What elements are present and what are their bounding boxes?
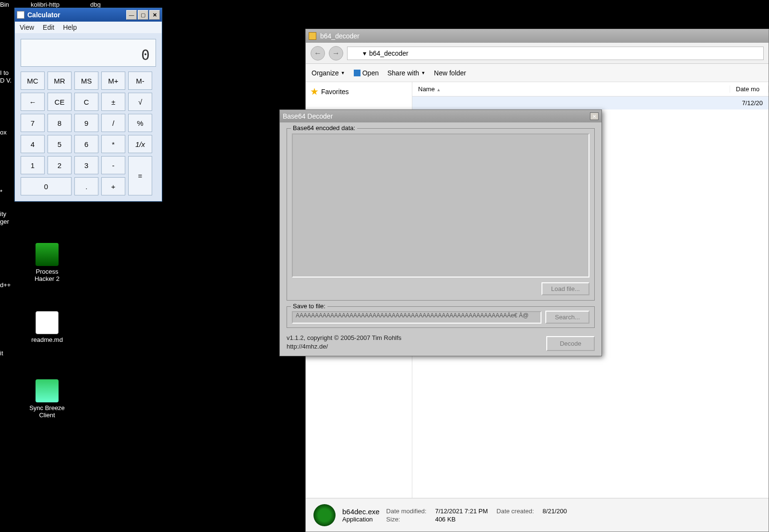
- open-button[interactable]: Open: [354, 69, 379, 77]
- equals-button[interactable]: =: [128, 156, 152, 195]
- desktop-icon-sync-breeze[interactable]: Sync Breeze Client: [28, 379, 66, 419]
- c-button[interactable]: C: [74, 93, 98, 111]
- b64-titlebar[interactable]: Base64 Decoder ✕: [280, 110, 601, 122]
- chevron-down-icon: ▼: [421, 71, 425, 75]
- calculator-icon: [17, 11, 24, 19]
- desktop-fragment: d++: [0, 281, 11, 289]
- folder-icon: [351, 49, 360, 58]
- desktop-fragment: Bin: [0, 1, 9, 8]
- mplus-button[interactable]: M+: [101, 72, 125, 90]
- path-separator: ▾: [363, 49, 366, 57]
- ms-button[interactable]: MS: [74, 72, 98, 90]
- version-info: v1.1.2, copyright © 2005-2007 Tim Rohlfs…: [287, 334, 401, 351]
- maximize-button[interactable]: ▢: [138, 10, 148, 20]
- digit-8-button[interactable]: 8: [48, 114, 72, 132]
- file-date: 7/12/20: [742, 99, 763, 107]
- sort-asc-icon: ▲: [436, 87, 441, 92]
- desktop-icon-process-hacker[interactable]: Process Hacker 2: [28, 243, 66, 282]
- explorer-toolbar: Organize▼ Open Share with▼ New folder: [306, 64, 769, 82]
- address-bar[interactable]: ▾ b64_decoder: [347, 47, 764, 60]
- desktop-icon-label: readme.md: [28, 336, 66, 343]
- close-button[interactable]: ✕: [149, 10, 160, 20]
- column-date[interactable]: Date mo: [730, 85, 769, 93]
- column-name[interactable]: Name ▲: [412, 85, 730, 93]
- application-icon: [313, 504, 336, 526]
- digit-5-button[interactable]: 5: [48, 135, 72, 153]
- desktop-fragment: it: [0, 350, 3, 357]
- explorer-navbar: ← → ▾ b64_decoder: [306, 43, 769, 64]
- folder-icon: [309, 32, 316, 40]
- sidebar-favorites[interactable]: Favorites: [311, 86, 407, 97]
- close-button[interactable]: ✕: [590, 112, 599, 120]
- desktop-fragment: *: [0, 188, 2, 195]
- digit-6-button[interactable]: 6: [74, 135, 98, 153]
- desktop-icon-label: Sync Breeze Client: [28, 404, 66, 419]
- share-button[interactable]: Share with▼: [387, 69, 425, 77]
- desktop-fragment: ger: [0, 218, 9, 225]
- column-headers: Name ▲ Date mo: [412, 82, 769, 97]
- details-modified-value: 7/12/2021 7:21 PM: [435, 508, 488, 515]
- desktop-icon-readme[interactable]: readme.md: [28, 311, 66, 343]
- encoded-textarea[interactable]: [292, 133, 589, 278]
- calculator-window: Calculator — ▢ ✕ View Edit Help 0 MC MR …: [14, 8, 162, 202]
- desktop-fragment: ity: [0, 210, 6, 218]
- desktop-icon-label: Process Hacker 2: [28, 268, 66, 282]
- open-icon: [354, 70, 360, 76]
- digit-4-button[interactable]: 4: [21, 135, 45, 153]
- desktop-fragment: I to: [0, 69, 9, 76]
- save-file-group: Save to file: AAAAAAAAAAAAAAAAAAAAAAAAAA…: [287, 306, 595, 328]
- digit-1-button[interactable]: 1: [21, 156, 45, 174]
- organize-button[interactable]: Organize▼: [312, 69, 345, 77]
- file-icon: [36, 311, 59, 334]
- new-folder-button[interactable]: New folder: [434, 69, 466, 77]
- save-legend: Save to file:: [291, 302, 327, 310]
- digit-7-button[interactable]: 7: [21, 114, 45, 132]
- desktop-fragment: ox: [0, 129, 7, 136]
- digit-2-button[interactable]: 2: [48, 156, 72, 174]
- mr-button[interactable]: MR: [48, 72, 72, 90]
- menu-view[interactable]: View: [20, 24, 34, 31]
- digit-3-button[interactable]: 3: [74, 156, 98, 174]
- multiply-button[interactable]: *: [101, 135, 125, 153]
- reciprocal-button[interactable]: 1/x: [128, 135, 152, 153]
- calculator-display: 0: [21, 39, 156, 67]
- sqrt-button[interactable]: √: [128, 93, 152, 111]
- star-icon: [311, 88, 318, 96]
- nav-forward-button[interactable]: →: [329, 46, 343, 60]
- mc-button[interactable]: MC: [21, 72, 45, 90]
- process-hacker-icon: [36, 243, 59, 266]
- subtract-button[interactable]: -: [101, 156, 125, 174]
- plusminus-button[interactable]: ±: [101, 93, 125, 111]
- load-file-button[interactable]: Load file...: [541, 282, 589, 295]
- details-created-label: Date created:: [496, 508, 534, 515]
- decimal-button[interactable]: .: [74, 177, 98, 195]
- file-row-selected[interactable]: 7/12/20: [412, 97, 769, 109]
- calculator-title: Calculator: [27, 11, 126, 19]
- percent-button[interactable]: %: [128, 114, 152, 132]
- digit-0-button[interactable]: 0: [21, 177, 72, 195]
- desktop-fragment: D V.: [0, 77, 12, 84]
- base64-decoder-window: Base64 Decoder ✕ Base64 encoded data: Lo…: [279, 109, 602, 356]
- ce-button[interactable]: CE: [48, 93, 72, 111]
- nav-back-button[interactable]: ←: [311, 46, 325, 60]
- divide-button[interactable]: /: [101, 114, 125, 132]
- mminus-button[interactable]: M-: [128, 72, 152, 90]
- menu-edit[interactable]: Edit: [43, 24, 54, 31]
- b64-title: Base64 Decoder: [283, 112, 590, 120]
- calculator-titlebar[interactable]: Calculator — ▢ ✕: [15, 8, 162, 22]
- decode-button[interactable]: Decode: [546, 336, 595, 351]
- save-path-input[interactable]: AAAAAAAAAAAAAAAAAAAAAAAAAAAAAAAAAAAAAAAA…: [292, 311, 541, 324]
- menu-help[interactable]: Help: [63, 24, 77, 31]
- minimize-button[interactable]: —: [126, 10, 137, 20]
- search-button[interactable]: Search...: [545, 311, 589, 324]
- calculator-menubar: View Edit Help: [15, 22, 162, 33]
- sync-breeze-icon: [36, 379, 59, 402]
- explorer-titlebar[interactable]: b64_decoder: [306, 29, 769, 43]
- backspace-button[interactable]: ←: [21, 93, 45, 111]
- details-modified-label: Date modified:: [386, 508, 427, 515]
- details-pane: b64dec.exe Application Date modified: 7/…: [306, 498, 769, 532]
- details-type: Application: [342, 516, 380, 523]
- digit-9-button[interactable]: 9: [74, 114, 98, 132]
- path-text: b64_decoder: [369, 49, 409, 57]
- add-button[interactable]: +: [101, 177, 125, 195]
